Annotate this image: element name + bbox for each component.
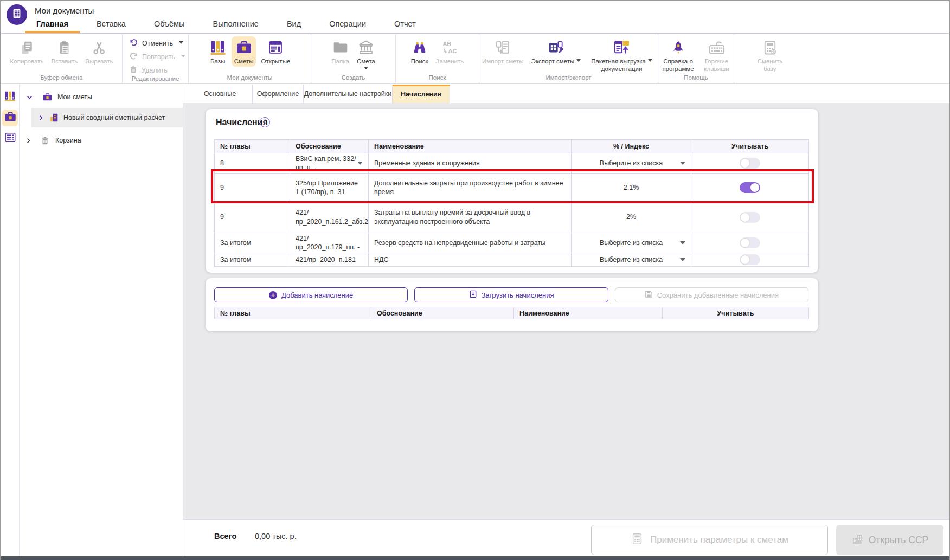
estimates-button[interactable]: Сметы [232,36,256,67]
replace-button[interactable]: ABAC Заменить [433,36,467,67]
paste-button[interactable]: Вставить [49,36,81,67]
chevron-right-icon[interactable] [37,114,44,121]
dropdown-arrow-icon[interactable] [576,59,581,64]
percent-value[interactable]: 2.1% [572,173,691,202]
apply-parameters-button[interactable]: Применить параметры к сметам [591,525,828,555]
consider-toggle[interactable] [740,182,760,193]
import-icon [494,37,511,58]
sidebar: Мои сметы Новый сводный сметный расчет К… [1,85,183,556]
download-file-icon [469,290,477,300]
tree-item-my-estimates[interactable]: Мои сметы [20,88,183,106]
basis-select[interactable]: ВЗиС кап.рем. 332/пр, п. - [290,153,369,174]
document-tab-bar: Основные Оформление Дополнительные настр… [183,85,949,103]
hotkeys-button[interactable]: Горячие клавиши [700,36,734,74]
consider-toggle[interactable] [740,254,760,265]
plus-icon [269,291,277,299]
menu-tab-operacii[interactable]: Операции [318,18,377,33]
search-button[interactable]: Поиск [408,36,431,67]
consider-toggle[interactable] [740,237,760,248]
consider-toggle[interactable] [740,212,760,223]
basis-cell[interactable]: 421/пр_2020_п.161.2_абз.2 [290,202,369,233]
table-row: За итогом 421/пр_2020_п.179_пп. - Резерв… [215,233,809,253]
opened-button[interactable]: Открытые [258,36,293,67]
col-percent: % / Индекс [572,140,691,153]
menu-tab-vypolnenie[interactable]: Выполнение [202,18,270,33]
app-logo-icon [11,8,23,22]
chevron-right-icon[interactable] [24,137,32,144]
menu-tab-otchet[interactable]: Отчет [383,18,427,33]
percent-select[interactable]: Выберите из списка [572,153,691,174]
col-chapter: № главы [215,140,290,153]
menu-tab-obyomy[interactable]: Объёмы [143,18,196,33]
trash-icon [40,136,50,145]
new-estimate-button[interactable]: Смета [354,36,378,73]
chevron-down-icon [680,162,685,168]
load-accruals-button[interactable]: Загрузить начисления [414,287,608,302]
bases-button[interactable]: Базы [207,36,229,67]
batch-upload-button[interactable]: Пакетная выгрузкадокументации [586,36,658,74]
rocket-icon [670,37,686,58]
ribbon-group-label: Буфер обмена [1,74,122,83]
tab-oformlenie[interactable]: Оформление [253,85,304,103]
folder-icon [332,37,349,58]
percent-value[interactable]: 2% [572,202,691,233]
export-estimate-button[interactable]: Экспорт сметы [529,36,584,67]
tab-dop-nastroyki[interactable]: Дополнительные настройки [304,85,393,103]
ribbon-group-label: Импорт/экспорт [479,74,658,83]
folder-button[interactable]: Папка [329,36,352,67]
sidebar-icon-strip [1,85,20,556]
consider-toggle[interactable] [740,158,760,169]
basis-cell[interactable]: 421/пр_2020_п.179_пп. - [290,233,369,253]
accruals-table: № главы Обоснование Наименование % / Инд… [214,139,809,267]
added-accruals-panel: Добавить начисление Загрузить начисления… [206,278,818,331]
redo-button[interactable]: Повторить [129,52,183,62]
menu-tab-glavnaya[interactable]: Главная [25,18,80,33]
info-icon[interactable]: i [260,117,270,127]
col-basis: Обоснование [290,140,369,153]
menu-tab-vstavka[interactable]: Вставка [85,18,137,33]
replace-icon: ABAC [442,37,457,58]
total-label: Всего [214,532,236,540]
keyboard-icon [708,37,726,58]
percent-select[interactable]: Выберите из списка [572,233,691,253]
redo-icon [129,52,138,62]
tree-item-trash[interactable]: Корзина [20,131,183,150]
percent-select[interactable]: Выберите из списка [572,253,691,267]
add-accrual-button[interactable]: Добавить начисление [214,287,408,302]
tab-nachisleniya[interactable]: Начисления [393,85,450,103]
undo-button[interactable]: Отменить [129,38,183,49]
cut-button[interactable]: Вырезать [82,36,115,67]
change-database-button[interactable]: Сменить базу [753,36,787,74]
delete-button[interactable]: Удалить [129,65,183,75]
strip-opened-button[interactable] [2,130,18,147]
calculator-icon [631,532,644,548]
table-header-row: № главы Обоснование Наименование % / Инд… [215,140,809,153]
basis-cell[interactable]: 421/пр_2020_п.181 [290,253,369,267]
dropdown-arrow-icon[interactable] [364,67,368,72]
strip-bases-button[interactable] [2,89,18,106]
about-button[interactable]: Справка о программе [659,36,698,74]
tab-osnovnye[interactable]: Основные [188,85,253,103]
chevron-down-icon[interactable] [25,94,33,101]
save-accruals-button[interactable]: Сохранить добавленные начисления [615,287,808,302]
dropdown-arrow-icon[interactable] [179,41,183,46]
tree-item-new-summary-estimate[interactable]: Новый сводный сметный расчет [31,108,183,127]
copy-icon [19,37,35,58]
name-cell: Временные здания и сооружения [369,153,572,174]
col-consider: Учитывать [691,140,809,153]
import-estimate-button[interactable]: Импорт сметы [479,36,527,67]
copy-button[interactable]: Копировать [8,36,47,67]
app-menu-button[interactable] [7,4,27,25]
footer-bar: Всего 0,00 тыс. р. Применить параметры к… [183,519,949,556]
strip-estimates-button[interactable] [2,110,18,126]
binders-icon [4,90,16,105]
basis-cell[interactable]: 325/пр Приложение 1 (170/пр), п. 31 [290,173,369,202]
dropdown-arrow-icon[interactable] [181,55,185,60]
dropdown-arrow-icon[interactable] [648,59,652,64]
ribbon-group-import-export: Импорт сметы Экспорт сметы Пакетная выгр… [479,34,658,83]
ribbon: Копировать Вставить Вырезать Буфер обмен… [1,34,949,84]
menu-tab-vid[interactable]: Вид [275,18,312,33]
chevron-down-icon [680,258,685,264]
paste-icon [56,37,73,58]
open-ssr-button[interactable]: Открыть ССР [836,525,943,555]
